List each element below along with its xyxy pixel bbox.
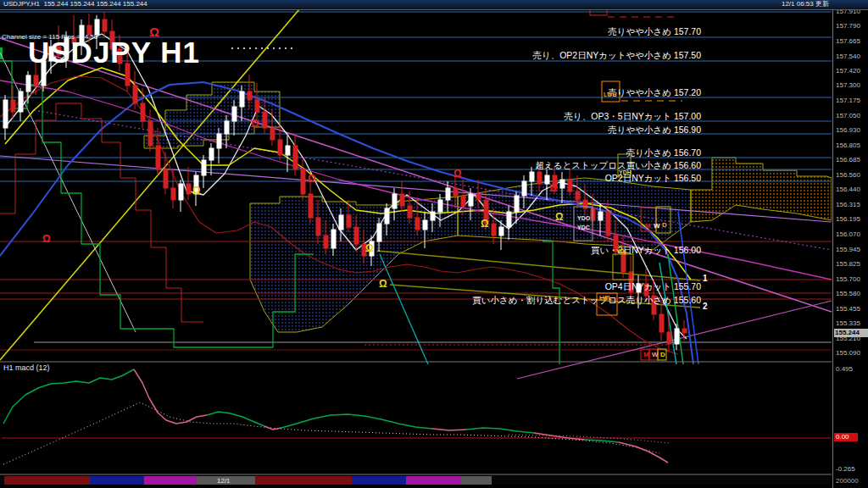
candle-body bbox=[309, 194, 313, 218]
candle-body bbox=[217, 134, 221, 148]
chart-canvas[interactable] bbox=[0, 0, 832, 488]
level-label-w: W bbox=[654, 223, 660, 230]
level-label-w: W bbox=[652, 352, 659, 358]
axis-label: 157.050 bbox=[836, 112, 860, 119]
candle-body bbox=[522, 181, 526, 196]
order-annotation: OP4日NYカット 155.70 bbox=[605, 281, 701, 293]
axis-label: 157.300 bbox=[836, 81, 860, 89]
price-axis[interactable]: 157.910157.790157.665157.540157.420157.3… bbox=[832, 0, 868, 488]
candle-body bbox=[19, 92, 23, 112]
omega-marker: Ω bbox=[555, 212, 564, 222]
level-label-lwl: LWL bbox=[599, 295, 612, 301]
session-segment bbox=[492, 476, 832, 485]
candle-body bbox=[461, 196, 465, 206]
omega-marker: Ω bbox=[308, 174, 316, 184]
candle-body bbox=[431, 212, 435, 220]
candle-body bbox=[469, 194, 473, 206]
candle-body bbox=[255, 100, 259, 112]
candle-body bbox=[156, 146, 160, 169]
session-segment bbox=[144, 476, 197, 485]
session-segment bbox=[461, 476, 492, 485]
candle-body bbox=[179, 184, 183, 200]
candle-body bbox=[248, 92, 252, 100]
plunge-green bbox=[668, 254, 683, 364]
candle-body bbox=[278, 140, 282, 155]
macd-zero-tag: 0.00 bbox=[834, 433, 858, 441]
omega-marker: Ω bbox=[365, 243, 374, 253]
candle-body bbox=[240, 92, 244, 107]
candle-body bbox=[392, 194, 397, 208]
candle-body bbox=[148, 121, 153, 146]
omega-marker: Ω bbox=[379, 279, 387, 289]
candle-body bbox=[316, 218, 320, 236]
candle-body bbox=[11, 100, 15, 112]
candle-body bbox=[408, 206, 412, 218]
axis-label: -0.265 bbox=[836, 465, 855, 473]
axis-label: 155.090 bbox=[836, 349, 860, 357]
omega-marker: Ω bbox=[481, 219, 489, 229]
candle-body bbox=[423, 220, 427, 230]
level-label-m: M bbox=[645, 223, 651, 230]
candle-body bbox=[209, 148, 214, 160]
indicator-label: H1 macd (12) bbox=[3, 363, 50, 372]
candle-body bbox=[492, 224, 496, 236]
candle-body bbox=[659, 314, 664, 332]
macd-line-segment bbox=[534, 433, 585, 440]
omega-marker: Ω bbox=[192, 186, 201, 196]
candle-body bbox=[331, 230, 336, 248]
session-color-bar[interactable] bbox=[0, 476, 832, 485]
macd-line-segment bbox=[264, 426, 281, 430]
level-label-d: D bbox=[662, 222, 667, 229]
axis-label: 157.790 bbox=[836, 22, 860, 30]
axis-label: 157.540 bbox=[836, 53, 860, 60]
cyan-line bbox=[380, 254, 428, 364]
order-annotation: 買い小さめ・割り込むとストップロス売り小さめ 155.60 bbox=[472, 295, 701, 307]
candle-body bbox=[133, 86, 137, 103]
axis-label: 156.315 bbox=[836, 201, 860, 208]
candle-body bbox=[377, 224, 381, 241]
macd-line-segment bbox=[466, 428, 534, 433]
macd-line-segment bbox=[3, 369, 134, 424]
macd-line-segment bbox=[619, 442, 668, 463]
candle-body bbox=[507, 212, 511, 227]
candle-body bbox=[446, 188, 450, 200]
level-label-ydl: YDL bbox=[616, 248, 628, 254]
candle-body bbox=[171, 188, 175, 200]
axis-label: 156.440 bbox=[836, 186, 860, 193]
candle-body bbox=[164, 169, 168, 188]
candle-body bbox=[339, 215, 343, 230]
current-price-tag: 155.244 bbox=[834, 329, 868, 337]
candle-body bbox=[354, 227, 359, 244]
candle-body bbox=[286, 146, 290, 155]
order-annotation: 売りやや小さめ 157.70 bbox=[608, 26, 701, 38]
volume-label: 200000 bbox=[836, 477, 859, 485]
candle-body bbox=[415, 218, 420, 230]
candle-body bbox=[530, 172, 534, 181]
axis-label: 157.420 bbox=[836, 67, 860, 75]
level-label-lwh: LWH bbox=[604, 92, 617, 97]
level-label-ydc: YDC bbox=[577, 225, 590, 230]
candle-body bbox=[186, 184, 191, 194]
candle-body bbox=[675, 329, 679, 344]
level-label-ydo: YDO bbox=[577, 215, 590, 221]
candle-body bbox=[400, 194, 404, 206]
macd-line-segment bbox=[134, 369, 207, 424]
axis-label: 0.495 bbox=[836, 365, 853, 373]
candle-body bbox=[301, 169, 305, 194]
axis-label: 157.665 bbox=[836, 37, 860, 45]
omega-marker: Ω bbox=[251, 119, 259, 129]
candle-body bbox=[598, 212, 603, 220]
candle-body bbox=[499, 227, 504, 236]
order-annotation: 売り、OP2日NYカットやや小さめ 157.50 bbox=[532, 50, 701, 62]
candle-body bbox=[225, 121, 229, 134]
axis-label: 156.560 bbox=[836, 171, 860, 179]
candle-body bbox=[476, 194, 481, 200]
candle-body bbox=[537, 172, 542, 184]
axis-label: 156.805 bbox=[836, 141, 860, 149]
axis-label: 156.930 bbox=[836, 126, 860, 134]
candle-body bbox=[202, 160, 206, 175]
axis-label: 155.825 bbox=[836, 260, 860, 268]
candle-body bbox=[232, 107, 236, 121]
order-annotation: 売り小さめ 156.70 bbox=[626, 147, 701, 159]
candle-body bbox=[26, 75, 31, 92]
